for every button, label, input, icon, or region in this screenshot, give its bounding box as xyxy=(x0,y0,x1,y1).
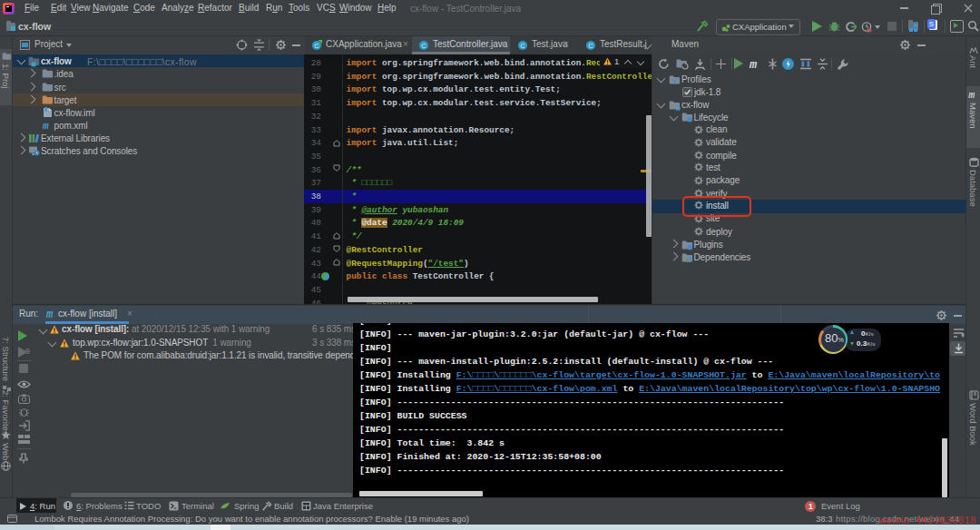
svg-text:m: m xyxy=(675,104,681,111)
svg-text:m: m xyxy=(45,309,54,320)
svg-text:m: m xyxy=(968,90,975,101)
svg-text:C: C xyxy=(520,42,525,50)
svg-text:C: C xyxy=(314,42,319,50)
svg-text:C: C xyxy=(421,42,426,50)
svg-text:m: m xyxy=(749,58,757,72)
svg-text:C: C xyxy=(588,42,593,50)
svg-text:m: m xyxy=(42,121,49,132)
